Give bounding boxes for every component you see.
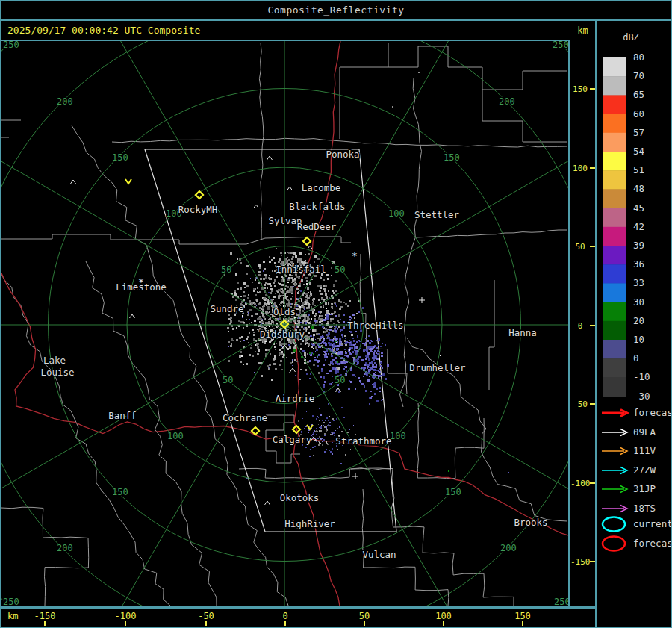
window-title: Composite_Reflectivity xyxy=(1,1,671,19)
range-ring-label: 250 xyxy=(3,597,19,606)
bottom-axis-tick-label: 150 xyxy=(514,611,531,621)
city-label: ThreeHills xyxy=(347,320,403,331)
scale-color-block xyxy=(603,283,626,302)
star-marker-icon: * xyxy=(138,276,144,287)
caret-marker-icon xyxy=(308,246,313,249)
city-label: Stettler xyxy=(414,209,460,220)
infobar-divider xyxy=(0,40,570,41)
bottom-axis-tick-label: 0 xyxy=(282,611,287,621)
right-axis-tick-label: 0 xyxy=(570,321,590,331)
city-label: Cochrane xyxy=(223,412,267,423)
range-ring-label: 50 xyxy=(335,264,345,275)
range-ring-label: 250 xyxy=(554,597,568,606)
range-ring-label: 150 xyxy=(444,152,460,163)
city-label: Blackfalds xyxy=(289,201,345,212)
boundary-line xyxy=(489,280,494,390)
dot-marker-icon xyxy=(241,355,243,357)
vee-marker-icon xyxy=(125,179,131,184)
boundary-line xyxy=(399,78,421,407)
range-ring-label: 250 xyxy=(553,41,568,50)
right-axis-tick-label: 100 xyxy=(570,164,590,173)
range-ring-label: 100 xyxy=(167,431,184,441)
scale-color-block xyxy=(603,170,626,190)
right-axis-tick-mark xyxy=(590,167,595,169)
scale-color-block xyxy=(603,76,626,96)
caret-marker-icon xyxy=(265,501,270,505)
city-label: RedDeer xyxy=(297,221,337,232)
dbz-color-scale: 807065605754514845423936333020100-10-30 xyxy=(603,52,650,402)
radar-site-diamond-icon xyxy=(196,191,203,199)
vector-label: 111V xyxy=(633,445,656,456)
radar-app-window: Composite_Reflectivity 2025/09/17 00:00:… xyxy=(0,0,672,628)
scale-value-label: 30 xyxy=(633,296,644,308)
vector-label: 27ZW xyxy=(633,464,656,476)
bottom-axis-tick-mark xyxy=(364,621,365,626)
titlebar-divider xyxy=(0,19,672,21)
right-axis: 150100500-50-100-150 xyxy=(570,41,595,606)
right-axis-tick-mark xyxy=(590,88,595,90)
scale-color-block xyxy=(603,302,626,322)
city-label: Ponoka xyxy=(326,149,359,160)
city-label: Lake xyxy=(43,355,66,366)
bottom-axis-tick-mark xyxy=(443,621,444,626)
boundary-line xyxy=(1,507,89,606)
right-axis-tick-label: 50 xyxy=(570,242,590,252)
bottom-axis-tick-mark xyxy=(522,621,523,626)
bottom-axis-tick-mark xyxy=(44,621,46,626)
radar-map-canvas[interactable]: 2502001501005050100150200250501001502002… xyxy=(0,41,568,606)
range-ring-label: 50 xyxy=(335,375,345,385)
boundary-line xyxy=(86,261,217,606)
scale-value-label: 39 xyxy=(633,240,644,251)
right-axis-tick-label: 150 xyxy=(570,84,590,94)
range-ring-label: 200 xyxy=(499,96,515,107)
scale-value-label: 51 xyxy=(633,164,644,175)
bottom-axis-tick-label: -150 xyxy=(34,611,56,621)
timestamp-label: 2025/09/17 00:00:42 UTC Composite xyxy=(1,22,568,40)
plus-marker-icon xyxy=(352,473,358,479)
city-label: Calgary xyxy=(273,434,312,445)
legend-panel: dBZ 807065605754514845423936333020100-10… xyxy=(597,21,671,627)
boundary-line xyxy=(482,90,567,142)
scale-color-block xyxy=(603,321,626,341)
scale-color-block xyxy=(603,208,626,228)
bottom-axis-tick-mark xyxy=(284,621,286,626)
window-border-top xyxy=(0,0,672,1)
city-label: Okotoks xyxy=(280,492,320,503)
scale-value-label: 80 xyxy=(633,52,644,63)
range-ring-label: 50 xyxy=(221,264,231,275)
scale-value-label: -30 xyxy=(633,391,650,402)
scale-value-label: 33 xyxy=(633,277,644,288)
city-label: Innisfail xyxy=(276,264,326,275)
city-label: Sundre xyxy=(210,303,243,314)
plus-marker-icon xyxy=(419,297,425,303)
range-ring-label: 200 xyxy=(500,543,517,553)
city-label: HighRiver xyxy=(284,518,335,529)
ellipse-label: current xyxy=(633,518,671,529)
vector-label: 09EA xyxy=(633,426,656,438)
scale-value-label: 65 xyxy=(633,89,644,100)
right-axis-tick-mark xyxy=(590,325,595,326)
scale-value-label: 20 xyxy=(633,315,644,326)
caret-marker-icon xyxy=(290,368,296,372)
right-axis-tick-mark xyxy=(590,246,595,247)
map-bottom-border xyxy=(0,606,597,609)
city-label: Brooks xyxy=(514,517,547,528)
city-label: Vulcan xyxy=(362,549,396,560)
scale-color-block xyxy=(603,246,626,265)
city-label: RockyMH xyxy=(178,204,218,215)
scale-value-label: 70 xyxy=(633,70,644,81)
legend-panel-divider xyxy=(595,21,597,628)
scale-value-label: 45 xyxy=(633,202,644,214)
scale-value-label: 48 xyxy=(633,183,644,194)
city-label: Didsbury xyxy=(260,329,305,340)
right-axis-tick-label: -50 xyxy=(570,400,590,409)
vector-label: 18TS xyxy=(633,503,656,514)
boundary-line xyxy=(112,138,567,147)
scale-value-label: -10 xyxy=(633,371,650,382)
bottom-axis-tick-mark xyxy=(205,621,207,626)
range-ring-label: 200 xyxy=(57,96,73,107)
radar-site-diamond-icon xyxy=(303,237,311,245)
city-labels: PonokaLacombeBlackfaldsSylvanRedDeerStet… xyxy=(40,149,547,560)
scale-color-block xyxy=(603,358,626,378)
caret-marker-icon xyxy=(130,314,135,318)
